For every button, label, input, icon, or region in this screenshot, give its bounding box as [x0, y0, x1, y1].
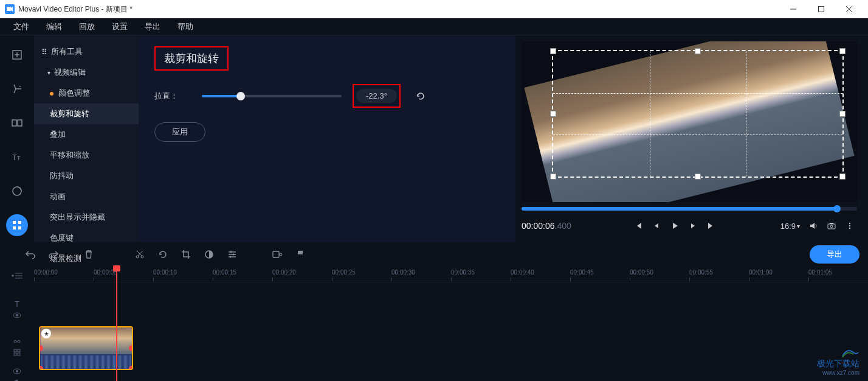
dot-icon	[50, 92, 53, 96]
track-audio-icon[interactable]	[13, 378, 21, 381]
panel-title: 裁剪和旋转	[160, 49, 222, 68]
menu-playback[interactable]: 回放	[71, 19, 103, 35]
add-track-button[interactable]	[12, 271, 22, 280]
sidebar-item-animation[interactable]: 动画	[34, 186, 139, 207]
color-adjust-button[interactable]	[199, 245, 219, 264]
next-frame-button[interactable]	[686, 218, 700, 233]
play-button[interactable]	[667, 218, 682, 233]
crop-handle[interactable]	[695, 48, 701, 54]
timeline: T 00:00:0000:00:0500:00:1000:00:1500:00:…	[0, 267, 868, 381]
minimize-button[interactable]	[779, 0, 807, 18]
ruler-tick: 00:00:15	[213, 269, 236, 276]
sidebar-item-overlay[interactable]: 叠加	[34, 124, 139, 145]
aspect-ratio-selector[interactable]: 16:9 ▾	[778, 222, 802, 231]
slider-thumb[interactable]	[236, 92, 245, 100]
skip-start-button[interactable]	[631, 218, 646, 233]
playhead[interactable]	[116, 267, 117, 381]
timeline-ruler[interactable]: 00:00:0000:00:0500:00:1000:00:1500:00:20…	[34, 267, 868, 282]
menu-file[interactable]: 文件	[5, 19, 38, 35]
export-button[interactable]: 导出	[810, 245, 859, 264]
volume-button[interactable]	[806, 218, 821, 233]
crop-handle[interactable]	[839, 173, 846, 180]
more-options-button[interactable]	[842, 218, 857, 233]
clip-video-thumb	[40, 327, 132, 354]
ruler-tick: 00:00:50	[630, 269, 653, 276]
svg-rect-18	[828, 224, 835, 229]
cut-button[interactable]	[130, 245, 150, 264]
menu-export[interactable]: 导出	[136, 19, 169, 35]
svg-point-32	[230, 256, 232, 258]
svg-rect-46	[18, 349, 20, 352]
rail-more-tools[interactable]	[6, 214, 28, 236]
marker-button[interactable]	[291, 245, 310, 264]
track-area[interactable]: ★	[34, 282, 868, 380]
rotate-button[interactable]	[153, 245, 173, 264]
scrub-thumb[interactable]	[833, 205, 841, 212]
sidebar-item-pan-zoom[interactable]: 平移和缩放	[34, 145, 139, 166]
clip-star-icon[interactable]: ★	[41, 329, 51, 338]
grid-line	[553, 93, 842, 94]
grid-line	[553, 135, 842, 135]
track-tools-icon[interactable]	[13, 349, 21, 356]
preview-scrubber[interactable]	[522, 207, 857, 211]
video-clip[interactable]: ★	[39, 326, 133, 370]
watermark-url: www.xz7.com	[822, 369, 859, 376]
track-link-icon[interactable]	[13, 338, 21, 345]
rail-titles[interactable]: TT	[6, 146, 28, 168]
clip-handle[interactable]	[39, 366, 43, 370]
svg-rect-16	[13, 226, 16, 229]
sidebar-item-highlight[interactable]: 突出显示并隐藏	[34, 207, 139, 228]
crop-handle[interactable]	[550, 48, 556, 54]
menu-edit[interactable]: 编辑	[38, 19, 71, 35]
svg-point-41	[16, 314, 18, 316]
preview-canvas[interactable]	[522, 41, 857, 202]
track-visibility-icon[interactable]	[13, 368, 21, 374]
crop-handle[interactable]	[550, 173, 556, 180]
sidebar-video-edit[interactable]: ▾ 视频编辑	[34, 62, 139, 83]
sidebar-item-label: 颜色调整	[58, 88, 90, 97]
clip-handle[interactable]	[129, 366, 133, 370]
undo-button[interactable]	[21, 245, 40, 264]
sidebar-item-crop-rotate[interactable]: 裁剪和旋转	[34, 103, 139, 124]
properties-button[interactable]	[222, 245, 242, 264]
straighten-slider[interactable]	[202, 95, 342, 97]
crop-handle[interactable]	[550, 111, 556, 117]
straighten-value[interactable]: -22.3°	[356, 89, 397, 103]
sidebar-item-color[interactable]: 颜色调整	[34, 83, 139, 103]
rail-transitions[interactable]	[6, 112, 28, 134]
rail-import[interactable]	[6, 44, 28, 66]
svg-point-8	[19, 86, 21, 87]
rail-filters[interactable]	[6, 78, 28, 100]
svg-rect-10	[18, 120, 22, 126]
timeline-body[interactable]: 00:00:0000:00:0500:00:1000:00:1500:00:20…	[34, 267, 868, 381]
svg-rect-20	[830, 223, 833, 224]
close-button[interactable]	[835, 0, 863, 18]
snapshot-button[interactable]	[824, 218, 839, 233]
crop-handle[interactable]	[839, 48, 846, 54]
menubar: 文件 编辑 回放 设置 导出 帮助	[0, 18, 868, 35]
apply-button[interactable]: 应用	[154, 122, 205, 142]
crop-button[interactable]	[176, 245, 196, 264]
text-track-icon[interactable]: T	[15, 299, 19, 309]
delete-button[interactable]	[79, 245, 98, 264]
track-visibility-icon[interactable]	[13, 312, 21, 318]
svg-rect-2	[819, 7, 824, 12]
crop-frame[interactable]	[552, 50, 844, 178]
scrub-fill	[522, 207, 837, 211]
sidebar-all-tools-label: 所有工具	[51, 46, 83, 57]
menu-help[interactable]: 帮助	[169, 19, 202, 35]
watermark: 极光下载站 www.xz7.com	[817, 346, 859, 376]
prev-frame-button[interactable]	[649, 218, 664, 233]
redo-button[interactable]	[44, 245, 63, 264]
maximize-button[interactable]	[807, 0, 835, 18]
rail-stickers[interactable]	[6, 180, 28, 202]
crop-handle[interactable]	[695, 173, 701, 180]
crop-handle[interactable]	[839, 111, 846, 117]
sidebar-item-stabilize[interactable]: 防抖动	[34, 166, 139, 186]
skip-end-button[interactable]	[704, 218, 718, 233]
clip-handle[interactable]	[129, 345, 133, 351]
record-voice-button[interactable]	[267, 245, 287, 264]
reset-rotation-button[interactable]	[415, 91, 426, 102]
menu-settings[interactable]: 设置	[103, 19, 136, 35]
sidebar-all-tools[interactable]: ⠿ 所有工具	[34, 41, 139, 62]
